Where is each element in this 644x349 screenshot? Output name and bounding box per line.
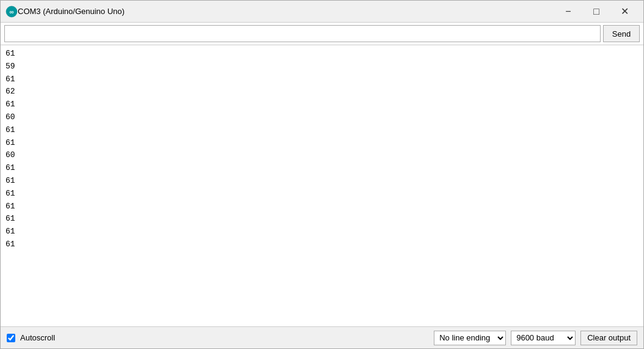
- maximize-button[interactable]: □: [582, 2, 610, 21]
- output-line: 60: [5, 111, 639, 124]
- window-title: COM3 (Arduino/Genuino Uno): [18, 7, 554, 16]
- baud-rate-dropdown[interactable]: 300 baud1200 baud2400 baud4800 baud9600 …: [511, 331, 576, 345]
- window-controls: − □ ✕: [554, 2, 639, 21]
- arduino-logo-icon: ∞: [5, 6, 18, 18]
- output-line: 61: [5, 188, 639, 200]
- output-line: 62: [5, 86, 639, 98]
- output-line: 61: [5, 238, 639, 251]
- output-line: 61: [5, 162, 639, 175]
- send-button[interactable]: Send: [603, 25, 640, 42]
- svg-text:∞: ∞: [9, 9, 13, 15]
- clear-output-button[interactable]: Clear output: [580, 331, 637, 345]
- title-bar: ∞ COM3 (Arduino/Genuino Uno) − □ ✕: [1, 1, 643, 23]
- output-line: 61: [5, 226, 639, 238]
- output-line: 61: [5, 200, 639, 213]
- main-window: ∞ COM3 (Arduino/Genuino Uno) − □ ✕ Send …: [0, 0, 644, 349]
- output-line: 61: [5, 48, 639, 61]
- line-ending-dropdown[interactable]: No line endingNewlineCarriage returnBoth…: [434, 331, 506, 345]
- serial-input[interactable]: [4, 25, 601, 42]
- output-line: 61: [5, 124, 639, 137]
- output-line: 61: [5, 213, 639, 226]
- autoscroll-checkbox[interactable]: [7, 334, 15, 342]
- output-line: 60: [5, 149, 639, 162]
- output-line: 61: [5, 175, 639, 188]
- output-line: 61: [5, 73, 639, 86]
- autoscroll-label[interactable]: Autoscroll: [20, 333, 55, 342]
- input-bar: Send: [1, 23, 643, 45]
- close-button[interactable]: ✕: [610, 2, 639, 21]
- status-bar: Autoscroll No line endingNewlineCarriage…: [1, 326, 643, 348]
- minimize-button[interactable]: −: [554, 2, 582, 21]
- output-line: 59: [5, 61, 639, 73]
- output-line: 61: [5, 137, 639, 150]
- output-area: 61596162616061616061616161616161: [1, 45, 643, 326]
- output-line: 61: [5, 98, 639, 111]
